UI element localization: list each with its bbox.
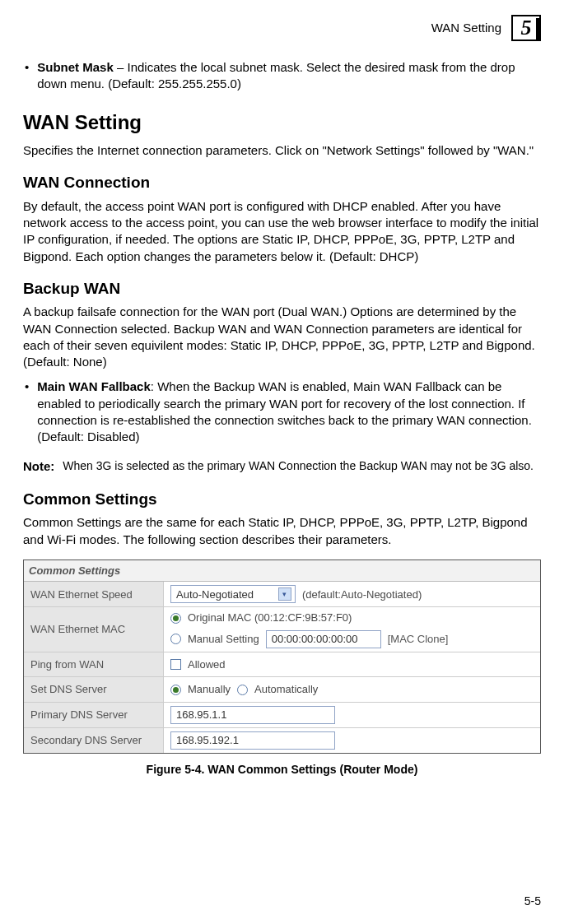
common-settings-figure: Common Settings WAN Ethernet Speed Auto-… [23,560,541,778]
common-settings-heading: Common Settings [23,489,541,510]
row-eth-mac: WAN Ethernet MAC Original MAC (00:12:CF:… [24,607,540,652]
row-primary-dns: Primary DNS Server 168.95.1.1 [24,703,540,728]
label-eth-speed: WAN Ethernet Speed [24,582,164,606]
radio-dns-auto[interactable] [237,685,248,695]
page-header: WAN Setting 5 [23,15,541,41]
backup-wan-body: A backup failsafe connection for the WAN… [23,304,541,370]
bullet-icon: • [25,378,29,445]
secondary-dns-input[interactable]: 168.95.192.1 [170,731,335,750]
row-ping: Ping from WAN Allowed [24,652,540,678]
ping-option-label: Allowed [188,657,226,672]
settings-table-title: Common Settings [24,560,540,583]
backup-wan-heading: Backup WAN [23,278,541,299]
radio-dns-manual[interactable] [170,685,181,695]
dns-auto-label: Automatically [254,682,318,697]
radio-original-mac[interactable] [170,613,181,624]
main-wan-fallback-term: Main WAN Fallback [37,379,151,393]
row-secondary-dns: Secondary DNS Server 168.95.192.1 [24,728,540,753]
mac-clone-link[interactable]: [MAC Clone] [388,632,449,647]
primary-dns-input[interactable]: 168.95.1.1 [170,706,335,724]
checkbox-ping-allowed[interactable] [170,659,181,670]
chapter-tab [536,18,541,40]
cell-eth-mac: Original MAC (00:12:CF:9B:57:F0) Manual … [164,607,540,652]
subnet-mask-term: Subnet Mask [37,60,114,74]
cell-ping: Allowed [164,652,540,677]
common-settings-body: Common Settings are the same for each St… [23,514,541,548]
dns-manual-label: Manually [188,682,231,697]
chapter-badge: 5 [511,15,541,41]
mac-original-row: Original MAC (00:12:CF:9B:57:F0) [170,611,352,625]
cell-secondary-dns: 168.95.192.1 [164,728,540,753]
bullet-icon: • [25,59,29,93]
header-title: WAN Setting [431,20,501,36]
subnet-mask-text: Subnet Mask – Indicates the local subnet… [37,59,541,93]
dns-auto-row: Automatically [237,682,318,697]
row-eth-speed: WAN Ethernet Speed Auto-Negotiated ▾ (de… [24,582,540,607]
dns-manual-row: Manually [170,682,231,697]
cell-eth-speed: Auto-Negotiated ▾ (default:Auto-Negotiat… [164,582,540,606]
primary-dns-value: 168.95.1.1 [176,708,226,722]
note-block: Note: When 3G is selected as the primary… [23,458,541,475]
mac-original-label: Original MAC (00:12:CF:9B:57:F0) [188,611,352,625]
secondary-dns-value: 168.95.192.1 [176,733,239,748]
chapter-number: 5 [521,13,532,42]
cell-primary-dns: 168.95.1.1 [164,703,540,727]
chevron-down-icon: ▾ [278,587,291,601]
subnet-mask-bullet: • Subnet Mask – Indicates the local subn… [23,59,541,93]
figure-caption: Figure 5-4. WAN Common Settings (Router … [23,762,541,778]
label-primary-dns: Primary DNS Server [24,703,164,727]
mac-manual-row: Manual Setting 00:00:00:00:00:00 [MAC Cl… [170,630,448,648]
label-eth-mac: WAN Ethernet MAC [24,607,164,652]
wan-connection-body: By default, the access point WAN port is… [23,198,541,265]
note-body: When 3G is selected as the primary WAN C… [63,458,541,475]
wan-setting-heading: WAN Setting [23,109,541,136]
label-secondary-dns: Secondary DNS Server [24,728,164,753]
eth-speed-hint: (default:Auto-Negotiated) [302,587,422,602]
radio-manual-mac[interactable] [170,634,181,644]
label-ping: Ping from WAN [24,652,164,677]
mac-manual-label: Manual Setting [188,632,259,647]
label-dns-mode: Set DNS Server [24,677,164,702]
cell-dns-mode: Manually Automatically [164,677,540,702]
mac-manual-input[interactable]: 00:00:00:00:00:00 [266,630,381,648]
main-wan-fallback-bullet: • Main WAN Fallback: When the Backup WAN… [23,378,541,445]
mac-manual-value: 00:00:00:00:00:00 [272,632,358,647]
wan-setting-intro: Specifies the Internet connection parame… [23,142,541,159]
eth-speed-value: Auto-Negotiated [176,587,254,602]
wan-connection-heading: WAN Connection [23,172,541,193]
row-dns-mode: Set DNS Server Manually Automatically [24,677,540,703]
main-wan-fallback-text: Main WAN Fallback: When the Backup WAN i… [37,378,541,445]
eth-speed-select[interactable]: Auto-Negotiated ▾ [170,585,296,603]
note-label: Note: [23,458,54,475]
page-number: 5-5 [524,894,541,909]
settings-table: Common Settings WAN Ethernet Speed Auto-… [23,560,541,754]
